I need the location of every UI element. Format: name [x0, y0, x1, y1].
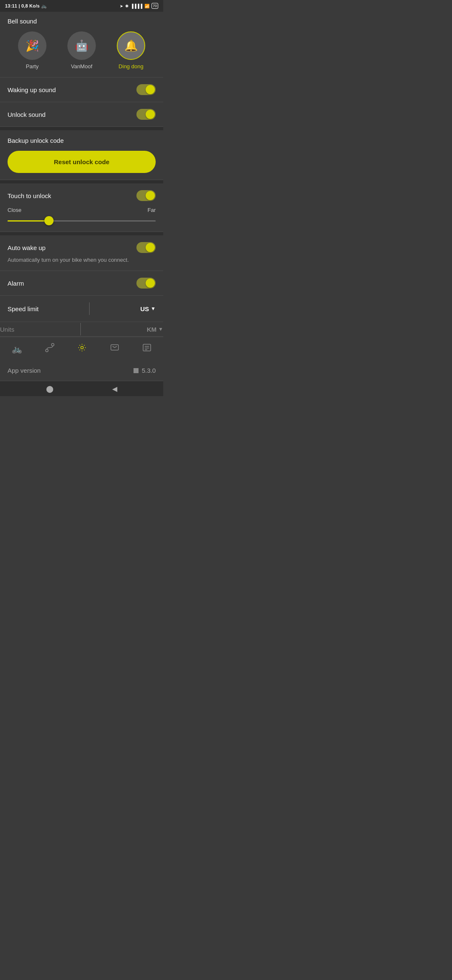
- speed-limit-right: US ▼: [140, 305, 156, 312]
- app-version-label: App version: [8, 367, 41, 374]
- svg-point-1: [51, 343, 54, 346]
- wifi-icon: 📶: [144, 4, 149, 8]
- backup-unlock-section: Backup unlock code Reset unlock code: [0, 130, 163, 180]
- settings-nav-icon: [77, 343, 87, 354]
- main-content: Bell sound 🎉 Party 🤖 VanMoof 🔔 Ding dong: [0, 12, 163, 396]
- units-vertical-divider: [80, 323, 81, 335]
- vanmoof-icon-circle: 🤖: [67, 31, 96, 60]
- sys-nav-back[interactable]: ◀: [112, 385, 117, 393]
- status-time-network: 13:11 | 0,8 Ko/s 🚲: [5, 3, 47, 9]
- alarm-toggle[interactable]: [136, 278, 156, 289]
- location-icon: ➤: [120, 4, 123, 8]
- svg-point-0: [46, 349, 48, 352]
- units-right: KM ▼: [147, 326, 163, 333]
- proximity-slider-container: [8, 217, 156, 225]
- status-icons: ➤ ✱ ▐▐▐▐ 📶 70: [120, 3, 158, 9]
- vanmoof-label: VanMoof: [71, 63, 92, 70]
- slider-thumb[interactable]: [44, 216, 54, 225]
- speed-limit-value: US: [140, 305, 149, 312]
- dingdong-icon: 🔔: [124, 39, 138, 52]
- bike-nav-icon: 🚲: [12, 344, 22, 354]
- status-time: 13:11: [5, 3, 17, 8]
- status-network: 0,8 Ko/s: [21, 3, 40, 8]
- alarm-label: Alarm: [8, 280, 24, 287]
- unlock-sound-toggle[interactable]: [136, 109, 156, 120]
- unlock-sound-knob: [146, 110, 155, 119]
- dingdong-label: Ding dong: [118, 63, 143, 70]
- section-separator-1: [0, 127, 163, 130]
- touch-to-unlock-label: Touch to unlock: [8, 192, 51, 199]
- units-label: Units: [0, 326, 14, 333]
- backup-title: Backup unlock code: [8, 137, 156, 144]
- section-separator-3: [0, 232, 163, 235]
- slider-max-label: Far: [148, 207, 156, 213]
- system-nav-bar: ⬤ ◀: [0, 381, 163, 396]
- nav-item-profile[interactable]: [138, 341, 156, 356]
- svg-point-2: [81, 346, 83, 349]
- sys-nav-home[interactable]: ⬤: [46, 385, 54, 393]
- nav-item-messages[interactable]: [106, 341, 123, 356]
- slider-track: [8, 220, 156, 222]
- signal-icon: ▐▐▐▐: [131, 4, 142, 8]
- bluetooth-icon: ✱: [125, 4, 128, 8]
- auto-wake-section: Auto wake up Automatically turn on your …: [0, 235, 163, 271]
- units-dropdown-icon: ▼: [158, 326, 163, 332]
- vertical-divider: [89, 302, 90, 315]
- nav-item-settings[interactable]: [73, 341, 91, 356]
- slider-fill: [8, 220, 49, 222]
- touch-to-unlock-knob: [146, 191, 155, 200]
- speed-limit-divider-container: [39, 302, 140, 315]
- reset-unlock-code-button[interactable]: Reset unlock code: [8, 151, 156, 173]
- unlock-sound-label: Unlock sound: [8, 111, 46, 118]
- nav-item-route[interactable]: [41, 341, 59, 356]
- bell-sound-title: Bell sound: [8, 18, 156, 25]
- alarm-knob: [146, 279, 155, 288]
- sound-options: 🎉 Party 🤖 VanMoof 🔔 Ding dong: [8, 31, 156, 70]
- auto-wake-knob: [146, 243, 155, 252]
- bell-sound-section: Bell sound 🎉 Party 🤖 VanMoof 🔔 Ding dong: [0, 12, 163, 77]
- party-label: Party: [26, 63, 39, 70]
- touch-to-unlock-section: Touch to unlock Close Far: [0, 183, 163, 232]
- battery-level: 70: [153, 4, 157, 8]
- sound-option-party[interactable]: 🎉 Party: [18, 31, 46, 70]
- section-separator-2: [0, 180, 163, 183]
- touch-to-unlock-row: Touch to unlock: [8, 190, 156, 201]
- touch-to-unlock-toggle[interactable]: [136, 190, 156, 201]
- speed-limit-label: Speed limit: [8, 305, 39, 312]
- waking-up-sound-label: Waking up sound: [8, 86, 56, 93]
- sound-option-dingdong[interactable]: 🔔 Ding dong: [117, 31, 145, 70]
- units-section[interactable]: Units KM ▼: [0, 322, 163, 337]
- bottom-nav: 🚲: [0, 337, 163, 360]
- speed-limit-section[interactable]: Speed limit US ▼: [0, 296, 163, 322]
- waking-up-sound-row: Waking up sound: [0, 77, 163, 102]
- auto-wake-top: Auto wake up: [8, 242, 156, 253]
- alarm-row: Alarm: [0, 271, 163, 296]
- speed-limit-dropdown-icon: ▼: [151, 306, 156, 312]
- units-divider-container: [14, 323, 147, 335]
- auto-wake-label: Auto wake up: [8, 244, 46, 251]
- sound-option-vanmoof[interactable]: 🤖 VanMoof: [67, 31, 96, 70]
- battery-icon: 70: [152, 3, 158, 9]
- status-bar: 13:11 | 0,8 Ko/s 🚲 ➤ ✱ ▐▐▐▐ 📶 70: [0, 0, 163, 12]
- app-version-value: 5.3.0: [142, 367, 156, 374]
- waking-up-sound-toggle[interactable]: [136, 84, 156, 95]
- messages-nav-icon: [110, 343, 119, 354]
- profile-nav-icon: [142, 343, 152, 354]
- slider-min-label: Close: [8, 207, 21, 213]
- dingdong-icon-circle: 🔔: [117, 31, 145, 60]
- auto-wake-description: Automatically turn on your bike when you…: [8, 256, 156, 264]
- nav-item-bike[interactable]: 🚲: [8, 342, 26, 356]
- vanmoof-icon: 🤖: [75, 39, 88, 52]
- stop-icon: [134, 368, 139, 373]
- waking-up-sound-knob: [146, 85, 155, 94]
- route-nav-icon: [45, 343, 54, 354]
- party-icon-circle: 🎉: [18, 31, 46, 60]
- app-version-row: App version 5.3.0: [0, 360, 163, 381]
- party-icon: 🎉: [26, 39, 39, 52]
- unlock-sound-row: Unlock sound: [0, 102, 163, 127]
- slider-labels: Close Far: [8, 207, 156, 213]
- auto-wake-toggle[interactable]: [136, 242, 156, 253]
- units-value: KM: [147, 326, 157, 333]
